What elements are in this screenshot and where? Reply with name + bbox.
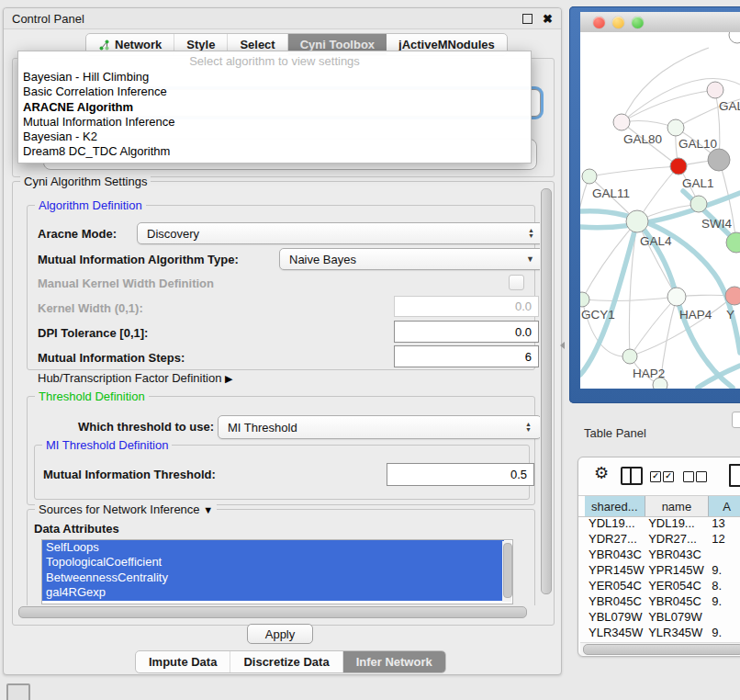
which-threshold-value: MI Threshold bbox=[228, 421, 297, 435]
network-edge[interactable] bbox=[589, 166, 678, 176]
algorithm-option-bayesian-k2[interactable]: Bayesian - K2 bbox=[18, 130, 531, 144]
data-attributes-list[interactable]: SelfLoopsTopologicalCoefficientBetweenne… bbox=[41, 539, 513, 604]
column-header-shared[interactable]: shared... bbox=[585, 496, 645, 516]
table-row[interactable]: YLR345WYLR345W9. bbox=[578, 625, 740, 640]
network-node-gal10[interactable] bbox=[667, 119, 684, 136]
algorithm-option-bayesian-hill-climbing[interactable]: Bayesian - Hill Climbing bbox=[18, 70, 531, 85]
minimize-window-icon[interactable] bbox=[612, 17, 624, 28]
network-node-hap4[interactable] bbox=[667, 288, 686, 306]
cell: 8. bbox=[708, 578, 740, 593]
table-row[interactable]: YPR145WYPR145W9. bbox=[578, 562, 740, 578]
chevron-down-icon: ▼ bbox=[526, 254, 534, 264]
cell: YER054C bbox=[645, 578, 708, 593]
mi-threshold-field[interactable]: 0.5 bbox=[387, 463, 534, 486]
network-edge[interactable] bbox=[622, 90, 715, 122]
table-row[interactable]: YER054CYER054C8. bbox=[578, 578, 740, 593]
close-window-icon[interactable] bbox=[593, 17, 605, 28]
mi-algorithm-type-combo[interactable]: Naive Bayes ▼ bbox=[279, 248, 544, 270]
table-row[interactable]: YBR045CYBR045C9. bbox=[578, 593, 740, 609]
table-panel-title: Table Panel bbox=[584, 426, 646, 440]
node-label-hap2: HAP2 bbox=[633, 367, 665, 380]
network-graph[interactable]: GALGAL80GAL10GAL1GAL11SWI4GAL4HAP4GCY1HA… bbox=[580, 32, 740, 389]
node-label-hap4: HAP4 bbox=[679, 308, 712, 322]
float-panel-icon[interactable] bbox=[522, 14, 533, 24]
table-row[interactable]: YBL079WYBL079W bbox=[578, 609, 740, 625]
cell: 12 bbox=[708, 531, 740, 547]
tab-impute-data[interactable]: Impute Data bbox=[136, 651, 230, 672]
minimized-panel-icon[interactable] bbox=[6, 683, 30, 700]
kernel-width-label: Kernel Width (0,1): bbox=[38, 301, 143, 315]
network-node-hap2[interactable] bbox=[622, 349, 637, 364]
manual-kernel-width-checkbox[interactable] bbox=[509, 275, 524, 290]
table-row[interactable]: YDL19...YDL19...13 bbox=[578, 515, 740, 531]
zoom-window-icon[interactable] bbox=[632, 17, 644, 28]
node-label-gal11: GAL11 bbox=[592, 186, 630, 200]
network-node-gal1[interactable] bbox=[670, 158, 687, 175]
network-node-gal11[interactable] bbox=[582, 169, 597, 184]
network-node[interactable] bbox=[725, 287, 740, 305]
cell: YDR27... bbox=[645, 531, 708, 547]
tab-label: Network bbox=[115, 38, 162, 51]
dpi-tolerance-field[interactable]: 0.0 bbox=[394, 321, 539, 343]
which-threshold-combo[interactable]: MI Threshold ▲▼ bbox=[218, 415, 542, 439]
settings-horizontal-scrollbar[interactable] bbox=[16, 605, 537, 618]
apply-button[interactable]: Apply bbox=[247, 624, 313, 644]
expand-triangle-icon: ▶ bbox=[225, 373, 232, 384]
attribute-topologicalcoefficient[interactable]: TopologicalCoefficient bbox=[42, 555, 504, 570]
hub-definition-toggle[interactable]: Hub/Transcription Factor Definition ▶ bbox=[38, 371, 232, 385]
table-panel-corner-button[interactable] bbox=[732, 412, 740, 428]
table-row[interactable]: YBR043CYBR043C bbox=[578, 547, 740, 562]
network-edge[interactable] bbox=[622, 48, 709, 122]
deselect-all-icon[interactable] bbox=[683, 471, 694, 482]
network-canvas[interactable]: GALGAL80GAL10GAL1GAL11SWI4GAL4HAP4GCY1HA… bbox=[580, 32, 740, 389]
network-node-gal80[interactable] bbox=[613, 114, 630, 130]
select-all-icon[interactable]: ✓ bbox=[650, 471, 661, 482]
mi-algorithm-type-label: Mutual Information Algorithm Type: bbox=[38, 253, 239, 266]
algorithm-option-dream8-dc-tdc-algorithm[interactable]: Dream8 DC_TDC Algorithm bbox=[18, 144, 531, 159]
new-table-icon[interactable] bbox=[729, 464, 740, 487]
cell: YDR27... bbox=[585, 531, 645, 547]
mi-algorithm-type-value: Naive Bayes bbox=[289, 253, 356, 266]
network-edge-thick[interactable] bbox=[698, 366, 740, 388]
settings-vertical-scrollbar[interactable] bbox=[540, 185, 552, 620]
network-view-window: GALGAL80GAL10GAL1GAL11SWI4GAL4HAP4GCY1HA… bbox=[569, 6, 740, 403]
network-edge[interactable] bbox=[630, 296, 734, 356]
settings-gear-icon[interactable]: ⚙ bbox=[594, 465, 609, 481]
network-node[interactable] bbox=[729, 32, 740, 43]
column-header-name[interactable]: name bbox=[645, 496, 710, 516]
attributes-scrollbar[interactable] bbox=[502, 541, 511, 602]
tab-label: Select bbox=[240, 38, 275, 51]
table-panel-window: ⚙ ✓ ✓ shared...nameA YDL19...YDL19...13Y… bbox=[577, 457, 740, 657]
sources-title[interactable]: Sources for Network Inference ▼ bbox=[35, 502, 217, 516]
network-node-gal[interactable] bbox=[707, 82, 723, 98]
cell: YDL19... bbox=[645, 515, 708, 531]
network-node-swi4[interactable] bbox=[690, 196, 707, 212]
attribute-betweennesscentrality[interactable]: BetweennessCentrality bbox=[42, 570, 504, 585]
network-window-titlebar bbox=[580, 12, 740, 33]
algorithm-option-mutual-information-inference[interactable]: Mutual Information Inference bbox=[18, 115, 531, 130]
algorithm-option-basic-correlation-inference[interactable]: Basic Correlation Inference bbox=[18, 85, 531, 99]
panel-splitter-arrow[interactable] bbox=[560, 342, 565, 349]
network-edge[interactable] bbox=[580, 176, 589, 299]
tab-infer-network[interactable]: Infer Network bbox=[343, 651, 445, 672]
tab-discretize-data[interactable]: Discretize Data bbox=[230, 651, 342, 672]
column-header-a[interactable]: A bbox=[709, 496, 740, 516]
aracne-mode-combo[interactable]: Discovery ▲▼ bbox=[137, 222, 544, 244]
select-all-icon[interactable]: ✓ bbox=[663, 471, 674, 482]
network-node-gcy1[interactable] bbox=[580, 292, 589, 307]
split-table-icon[interactable] bbox=[621, 467, 643, 485]
network-node[interactable] bbox=[708, 149, 730, 171]
attribute-gal4rgexp[interactable]: gal4RGexp bbox=[42, 585, 504, 600]
close-panel-icon[interactable]: ✖ bbox=[543, 13, 553, 25]
kernel-width-field[interactable]: 0.0 bbox=[394, 296, 539, 317]
mi-steps-field[interactable]: 6 bbox=[394, 345, 539, 367]
node-label-gal80: GAL80 bbox=[623, 132, 662, 146]
data-attributes-label: Data Attributes bbox=[34, 522, 119, 536]
table-row[interactable]: YDR27...YDR27...12 bbox=[578, 531, 740, 547]
attribute-selfloops[interactable]: SelfLoops bbox=[42, 540, 504, 555]
node-label-y: Y bbox=[726, 308, 734, 322]
algorithm-option-aracne-algorithm[interactable]: ARACNE Algorithm bbox=[18, 100, 531, 115]
table-horizontal-scrollbar[interactable] bbox=[580, 642, 740, 655]
deselect-all-icon[interactable] bbox=[696, 471, 707, 482]
network-node-gal4[interactable] bbox=[626, 210, 648, 232]
